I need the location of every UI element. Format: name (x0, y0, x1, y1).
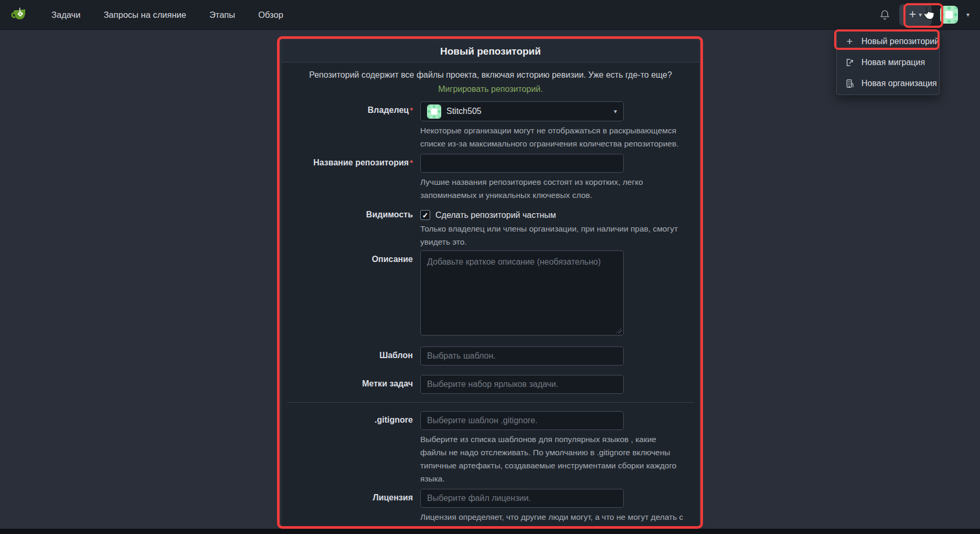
owner-label: Владелец* (293, 101, 420, 150)
private-checkbox[interactable]: ✓ (420, 210, 430, 220)
chevron-down-icon: ▾ (614, 108, 617, 115)
repo-name-row: Название репозитория* Лучшие названия ре… (293, 154, 688, 202)
repo-name-input[interactable] (420, 154, 624, 173)
owner-help-text: Некоторые организации могут не отображат… (420, 124, 684, 150)
menu-item-new-organization[interactable]: Новая организация (837, 73, 939, 94)
menu-item-label: Новая организация (861, 79, 937, 88)
form-intro-text: Репозиторий содержит все файлы проекта, … (293, 68, 688, 96)
intro-text: Репозиторий содержит все файлы проекта, … (309, 70, 672, 79)
top-navbar: Задачи Запросы на слияние Этапы Обзор + … (0, 0, 980, 30)
page-bottom-strip (0, 529, 980, 534)
template-row: Шаблон (293, 347, 688, 365)
gitignore-row: .gitignore Выберите из списка шаблонов д… (293, 411, 688, 485)
license-label: Лицензия (293, 489, 420, 529)
checkmark-icon: ✓ (422, 211, 429, 219)
description-label: Описание (293, 250, 420, 336)
owner-row: Владелец* Stitch50 (293, 101, 688, 150)
notifications-bell-icon[interactable] (879, 9, 891, 21)
menu-item-new-migration[interactable]: Новая миграция (837, 52, 939, 73)
template-input[interactable] (420, 347, 624, 365)
migrate-repository-link[interactable]: Мигрировать репозиторий. (438, 85, 542, 93)
required-asterisk: * (410, 106, 413, 114)
create-new-button[interactable]: + ▾ (899, 4, 932, 26)
plus-icon: + (909, 8, 916, 20)
description-row: Описание (293, 250, 688, 336)
nav-link-explore[interactable]: Обзор (258, 10, 283, 20)
user-avatar[interactable] (940, 6, 958, 24)
issue-labels-label: Метки задач (293, 375, 420, 394)
chevron-down-icon: ▾ (919, 11, 922, 18)
template-label: Шаблон (293, 347, 420, 365)
visibility-help-text: Только владелец или члены организации, п… (420, 222, 684, 248)
menu-item-label: Новый репозиторий (861, 37, 939, 46)
required-asterisk: * (410, 158, 413, 167)
owner-avatar (427, 104, 441, 119)
visibility-label: Видимость (293, 207, 420, 248)
owner-value: Stitch505 (446, 107, 482, 116)
nav-links: Задачи Запросы на слияние Этапы Обзор (51, 10, 283, 20)
avatar-chevron-down-icon[interactable]: ▾ (966, 11, 970, 18)
plus-icon: + (845, 36, 855, 46)
gitignore-input[interactable] (420, 411, 624, 430)
menu-item-new-repository[interactable]: + Новый репозиторий (837, 31, 939, 52)
menu-item-label: Новая миграция (861, 58, 925, 67)
license-row: Лицензия Лицензия определяет, что другие… (293, 489, 688, 529)
issue-labels-input[interactable] (420, 375, 624, 394)
license-input[interactable] (420, 489, 624, 508)
new-repository-form: Новый репозиторий Репозиторий содержит в… (282, 40, 699, 529)
section-divider (287, 402, 694, 403)
repo-name-help-text: Лучшие названия репозиториев состоят из … (420, 175, 684, 202)
repo-name-label: Название репозитория* (293, 154, 420, 202)
form-header: Новый репозиторий (282, 40, 699, 62)
navbar-right: + ▾ ▾ (879, 4, 970, 26)
nav-link-issues[interactable]: Задачи (51, 10, 80, 20)
nav-link-milestones[interactable]: Этапы (209, 10, 235, 20)
description-textarea[interactable] (420, 250, 624, 336)
nav-link-pull-requests[interactable]: Запросы на слияние (103, 10, 186, 20)
gitea-logo-icon[interactable] (10, 6, 28, 24)
gitignore-help-text: Выберите из списка шаблонов для популярн… (420, 433, 684, 485)
form-body: Репозиторий содержит все файлы проекта, … (282, 62, 699, 529)
license-help-body: Лицензия определяет, что другие люди мог… (420, 512, 683, 529)
organization-icon (845, 79, 855, 89)
license-help-text: Лицензия определяет, что другие люди мог… (420, 510, 684, 529)
owner-select[interactable]: Stitch505 ▾ (420, 101, 624, 121)
create-new-dropdown-menu: + Новый репозиторий Новая миграция (836, 30, 940, 95)
issue-labels-row: Метки задач (293, 375, 688, 394)
visibility-row: Видимость ✓ Сделать репозиторий частным … (293, 207, 688, 248)
private-checkbox-label[interactable]: Сделать репозиторий частным (435, 211, 556, 220)
page-title: Новый репозиторий (440, 46, 541, 57)
gitignore-label: .gitignore (293, 411, 420, 485)
migration-icon (845, 58, 855, 68)
